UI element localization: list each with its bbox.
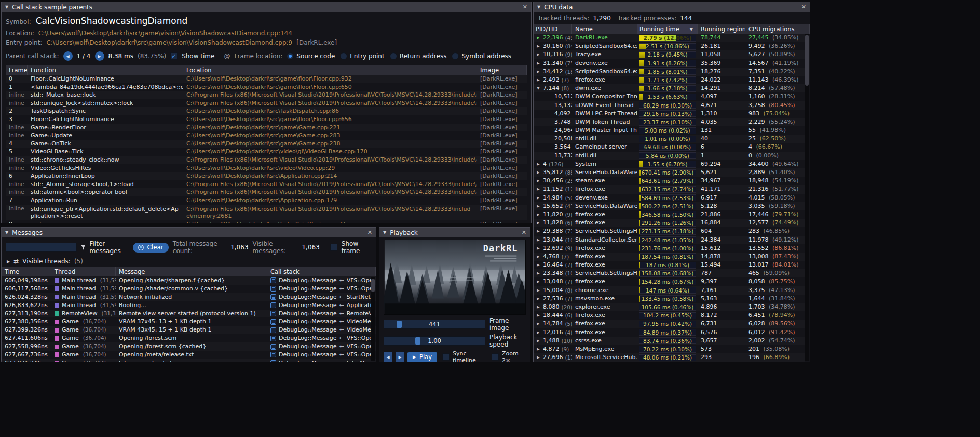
cpu-process-row[interactable]: ▶ 15,004 (8) chrome.exe 147 ms (0.64%) 7… xyxy=(534,286,805,295)
process-pid[interactable]: ▶ 22,396 (49) xyxy=(534,34,572,42)
callstack-icon[interactable] xyxy=(270,294,276,300)
collapse-icon[interactable]: ▼ xyxy=(5,5,8,9)
cpu-process-row[interactable]: 4,092 DWM LPC Port Thread 29.16 ms (0.13… xyxy=(534,110,805,118)
sync-timeline-checkbox[interactable] xyxy=(442,353,450,361)
process-pid[interactable]: ▶ 1,488 (10) xyxy=(534,337,572,345)
callstack-frame-row[interactable]: 8 main C:\Users\wolf\Desktop\darkrl\src\… xyxy=(6,220,527,223)
process-pid[interactable]: ▶ 2,492 (7) xyxy=(534,76,572,84)
col-time[interactable]: Time xyxy=(2,267,51,276)
clear-messages-button[interactable]: ✕ Clear xyxy=(133,243,168,253)
expand-icon[interactable]: ▶ xyxy=(536,277,541,286)
callstack-icon[interactable] xyxy=(270,277,276,283)
frame-location-radio[interactable]: Entry point xyxy=(340,52,384,60)
col-name[interactable]: Name xyxy=(572,24,637,34)
callstack-icon[interactable] xyxy=(270,360,276,362)
expand-icon[interactable]: ▶ xyxy=(536,219,541,227)
process-pid[interactable]: 13,132 xyxy=(534,101,572,110)
process-pid[interactable]: ▶ 34,412 (18) xyxy=(534,68,572,76)
callstack-icon[interactable] xyxy=(270,336,276,341)
process-pid[interactable]: 3,564 xyxy=(534,143,572,151)
message-row[interactable]: 627,667,736ns Game (36,704) Opening /met… xyxy=(2,351,376,359)
process-pid[interactable]: ▼ 7,144 (8) xyxy=(534,84,572,92)
expand-icon[interactable]: ▶ xyxy=(536,236,541,244)
cpu-process-row[interactable]: ▶ 14,784 (5) firefox.exe 97.95 ms (0.42%… xyxy=(534,320,805,328)
process-pid[interactable]: ▶ 14,984 (50) xyxy=(534,194,572,202)
message-callstack[interactable]: DebugLog::Message ← Application: xyxy=(267,301,376,310)
callstack-frame-row[interactable]: 3 Floor::CalcLightNoLuminance C:\Users\w… xyxy=(6,115,527,124)
expand-icon[interactable]: ▶ xyxy=(536,303,541,311)
process-pid[interactable]: ▶ 14,784 (5) xyxy=(534,320,572,328)
cpu-process-row[interactable]: ▶ 13,048 (7) firefox.exe 154.28 ms (0.67… xyxy=(534,277,805,286)
message-filter-input[interactable] xyxy=(6,243,77,252)
cpu-process-row[interactable]: ▶ 27,536 (7) msvsmon.exe 133.45 ms (0.58… xyxy=(534,295,805,303)
callstack-icon[interactable] xyxy=(270,344,276,350)
messages-scrollbar[interactable] xyxy=(371,277,375,361)
message-callstack[interactable]: DebugLog::Message ← VFS::Open xyxy=(267,342,376,351)
process-pid[interactable]: ▶ 12,016 (4) xyxy=(534,328,572,337)
callstack-icon[interactable] xyxy=(270,352,276,357)
message-callstack[interactable]: DebugLog::Message ← VideoMemo xyxy=(267,317,376,326)
col-callstack[interactable]: Call stack xyxy=(267,267,376,276)
expand-icon[interactable]: ▶ xyxy=(536,261,541,269)
show-frame-checkbox[interactable] xyxy=(330,244,337,251)
callstack-frame-row[interactable]: 1 <lambda_84a19dc444fae966ca174e83e708bd… xyxy=(6,83,527,91)
cpu-process-row[interactable]: ▶ 35,812 (88) ServiceHub.DataWarehou 670… xyxy=(534,168,805,177)
message-row[interactable]: 627,831,246ns Game (36,704) Intro menu l… xyxy=(2,359,376,362)
message-callstack[interactable]: DebugLog::Message ← VFS::Open xyxy=(267,276,376,285)
process-pid[interactable]: ▶ 11,152 (12) xyxy=(534,185,572,193)
col-running-regions[interactable]: Running regions xyxy=(698,24,745,34)
expand-icon[interactable]: ▶ xyxy=(536,160,541,168)
collapse-icon[interactable]: ▼ xyxy=(537,5,540,9)
cpu-process-row[interactable]: 13,732 ntdll.dll 5.84 us (0.00%) 1 0 (0.… xyxy=(534,152,805,160)
cpu-process-row[interactable]: 3,748 DWM Token Thread 23.37 ms (0.10%) … xyxy=(534,118,805,126)
process-pid[interactable]: ▶ 12,692 (9) xyxy=(534,244,572,253)
callstack-icon[interactable] xyxy=(270,302,276,308)
cpu-process-row[interactable]: ▶ 16,464 (7) firefox.exe 187 ms (0.81%) … xyxy=(534,261,805,269)
callstack-frame-row[interactable]: inline std::_Atomic_storage<bool,1>::loa… xyxy=(6,180,527,189)
expand-icon[interactable]: ▶ xyxy=(536,345,541,353)
expand-icon[interactable]: ▶ xyxy=(536,168,541,177)
expand-icon[interactable]: ▶ xyxy=(536,353,541,362)
expand-icon[interactable]: ▶ xyxy=(536,295,541,303)
cpu-process-row[interactable]: ▼ 7,144 (8) dwm.exe 1.66 s (7.18%) 14,29… xyxy=(534,84,805,92)
process-pid[interactable]: ▶ 11,828 (6) xyxy=(534,219,572,227)
scrollbar-thumb[interactable] xyxy=(805,35,809,86)
cpu-process-row[interactable]: 24,964 DWM Master Input Thread 5.03 ms (… xyxy=(534,126,805,135)
process-pid[interactable]: ▶ 15,004 (8) xyxy=(534,286,572,295)
process-pid[interactable]: ▶ 18,444 (6) xyxy=(534,311,572,320)
process-pid[interactable]: ▶ 30,456 (25) xyxy=(534,177,572,185)
process-pid[interactable]: ▶ 23,348 (106) xyxy=(534,269,572,277)
message-callstack[interactable]: DebugLog::Message ← RemoteView xyxy=(267,310,376,318)
scrollbar-thumb[interactable] xyxy=(371,279,375,292)
cpu-process-row[interactable]: 20,508 ntdll.dll 1.01 ms (0.00%) 40 25 (… xyxy=(534,135,805,143)
expand-icon[interactable]: ▶ xyxy=(536,320,541,328)
process-pid[interactable]: 24,964 xyxy=(534,126,572,135)
process-pid[interactable]: ▶ 13,044 (10) xyxy=(534,236,572,244)
cpu-process-row[interactable]: ▶ 11,828 (6) firefox.exe 291.26 ms (1.26… xyxy=(534,219,805,227)
cpu-process-row[interactable]: ▶ 10,316 (9) Tracy.exe 2.18 s (9.45%) 11… xyxy=(534,50,805,59)
cpu-process-row[interactable]: 10,512 DWM Compositor Thread 1.53 s (6.6… xyxy=(534,92,805,101)
process-pid[interactable]: ▶ 31,340 (75) xyxy=(534,59,572,68)
message-callstack[interactable]: DebugLog::Message ← StartNetwo xyxy=(267,293,376,301)
col-location[interactable]: Location xyxy=(183,65,477,75)
expand-icon[interactable]: ▶ xyxy=(536,227,541,235)
process-pid[interactable]: ▶ 13,048 (7) xyxy=(534,277,572,286)
cpu-process-row[interactable]: 3,564 GameInput server 69.68 us (0.00%) … xyxy=(534,143,805,151)
cpu-process-row[interactable]: ▶ 23,348 (106) ServiceHub.SettingsHost 1… xyxy=(534,269,805,277)
cpu-process-row[interactable]: ▶ 4,872 (9) MsMpEng.exe 70.22 ms (0.30%)… xyxy=(534,345,805,353)
next-callstack-button[interactable]: ▶ xyxy=(95,51,104,61)
cpu-process-row[interactable]: ▶ 4 (126) System 1.55 s (6.70%) 69,294 3… xyxy=(534,160,805,168)
message-row[interactable]: 627,399,326ns Game (36,704) VRAM 43x45: … xyxy=(2,326,376,334)
frame-location-radio[interactable]: Symbol address xyxy=(452,52,511,60)
col-thread[interactable]: Thread xyxy=(51,267,116,276)
process-pid[interactable]: ▶ 15,652 (43) xyxy=(534,202,572,210)
callstack-frame-row[interactable]: inline std::unique_lock<std::mutex>::loc… xyxy=(6,99,527,108)
col-message[interactable]: Message xyxy=(116,267,267,276)
process-pid[interactable]: ▶ 4,872 (9) xyxy=(534,345,572,353)
cpu-process-row[interactable]: ▶ 22,396 (49) DarkRL.exe 2.79 s (12.06%)… xyxy=(534,34,805,42)
cpu-process-row[interactable]: ▶ 2,492 (7) firefox.exe 1.71 s (7.42%) 2… xyxy=(534,76,805,84)
process-pid[interactable]: ▶ 4 (126) xyxy=(534,160,572,168)
expand-icon[interactable]: ▶ xyxy=(536,59,541,68)
expand-icon[interactable]: ▶ xyxy=(536,210,541,219)
expand-icon[interactable]: ▶ xyxy=(536,337,541,345)
